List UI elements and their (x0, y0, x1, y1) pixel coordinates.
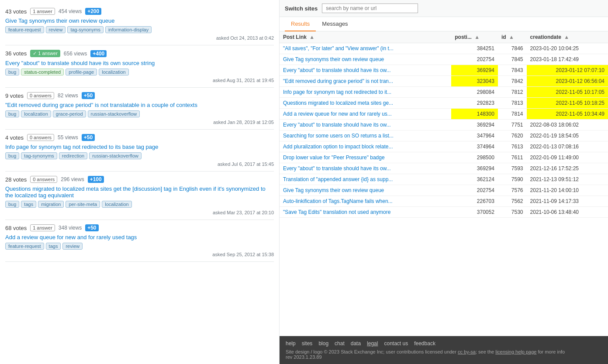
post-link[interactable]: "Edit removed during grace period" is no… (283, 78, 393, 84)
post-link-cell: Every "about" to translate should have i… (280, 65, 451, 76)
footer-link-data[interactable]: data (351, 340, 361, 347)
footer-link-contact[interactable]: contact us (384, 340, 408, 347)
tag[interactable]: bug (5, 110, 19, 117)
answer-count: 0 answers (27, 134, 54, 141)
post-link[interactable]: Translation of "appended answer {id} as … (283, 176, 393, 182)
post-link[interactable]: "Save Tag Edits" translation not used an… (283, 209, 390, 215)
switch-sites-input[interactable] (322, 3, 418, 13)
creationdate-cell: 2023-01-12 07:07:10 (527, 65, 608, 76)
post-link-cell: "All saves", "For later" and "View answe… (280, 43, 451, 54)
question-title-link[interactable]: Add a review queue for new and for rarel… (5, 234, 137, 240)
tag[interactable]: information-display (105, 26, 152, 33)
footer-link-chat[interactable]: chat (335, 340, 345, 347)
footer-cc-link[interactable]: cc by-sa (458, 349, 476, 354)
tag[interactable]: bug (5, 69, 19, 76)
tag[interactable]: bug (5, 201, 19, 208)
post-link[interactable]: Give Tag synonyms their own review queue (283, 56, 384, 62)
rep-bonus: +400 (90, 50, 107, 57)
tag[interactable]: tags (21, 201, 36, 208)
tag[interactable]: review (46, 26, 66, 33)
post-link[interactable]: Info page for synonym tag not redirected… (283, 89, 391, 95)
tag[interactable]: localization (102, 201, 131, 208)
tab-messages[interactable]: Messages (316, 17, 354, 31)
footer-link-feedback[interactable]: feedback (414, 340, 435, 347)
tag[interactable]: grace-period (53, 110, 86, 117)
posti-cell: 298084 (451, 87, 498, 98)
post-link[interactable]: Add pluralization option to impact block… (283, 144, 393, 150)
post-link[interactable]: Questions migrated to localized meta sit… (283, 100, 393, 106)
creationdate-cell: 2023-01-20 10:04:25 (527, 43, 608, 54)
question-title-link[interactable]: Info page for synonym tag not redirected… (5, 144, 159, 150)
tag[interactable]: tags (46, 243, 61, 250)
footer-link-blog[interactable]: blog (318, 340, 328, 347)
tag[interactable]: per-site-meta (66, 201, 100, 208)
view-count: 82 views (58, 93, 78, 99)
tag[interactable]: localization (99, 69, 128, 76)
question-title: Every "about" to translate should have i… (5, 60, 274, 66)
footer-link-legal[interactable]: legal (367, 340, 378, 347)
post-link-cell: "Edit removed during grace period" is no… (280, 76, 451, 87)
tag[interactable]: localization (21, 110, 51, 117)
post-link[interactable]: Every "about" to translate should have i… (283, 165, 391, 172)
footer-link-help[interactable]: help (286, 340, 296, 347)
id-cell: 7842 (498, 76, 527, 87)
tags-row: buglocalizationgrace-periodrussian-stack… (5, 110, 274, 117)
post-link[interactable]: Every "about" to translate should have i… (283, 122, 391, 128)
col-posti[interactable]: posti... ▲ (451, 31, 498, 43)
sort-arrow-id: ▲ (509, 34, 514, 40)
post-link[interactable]: Every "about" to translate should have i… (283, 67, 391, 73)
posti-cell: 226703 (451, 196, 498, 207)
creationdate-cell: 2022-08-03 18:06:02 (527, 120, 608, 130)
asked-date: asked Oct 24, 2013 at 0:42 (5, 35, 274, 41)
tag[interactable]: profile-page (66, 69, 97, 76)
posti-cell: 323043 (451, 76, 498, 87)
post-link[interactable]: "All saves", "For later" and "View answe… (283, 45, 394, 52)
tag[interactable]: review (62, 243, 83, 250)
rep-bonus: +50 (85, 224, 98, 231)
tag[interactable]: tag-synonyms (21, 152, 57, 159)
post-link-cell: Add pluralization option to impact block… (280, 141, 451, 152)
post-link[interactable]: Drop lower value for "Peer Pressure" bad… (283, 155, 385, 161)
post-link[interactable]: Auto-linkification of Tags.TagName fails… (283, 198, 393, 204)
table-row: "Edit removed during grace period" is no… (280, 76, 608, 87)
tags-row: bugtag-synonymsredirectionrussian-stacko… (5, 152, 274, 159)
col-post-link[interactable]: Post Link ▲ (280, 31, 451, 43)
footer-link-sites[interactable]: sites (302, 340, 313, 347)
creationdate-cell: 2022-01-13 07:08:16 (527, 141, 608, 152)
id-cell: 7620 (498, 130, 527, 141)
tag[interactable]: russian-stackoverflow (89, 152, 142, 159)
right-panel: Switch sites Results Messages Post Link … (280, 0, 608, 364)
sort-arrow-post-link: ▲ (309, 34, 314, 40)
table-row: Every "about" to translate should have i… (280, 120, 608, 130)
tag[interactable]: bug (5, 152, 19, 159)
question-title-link[interactable]: "Edit removed during grace period" is no… (5, 102, 197, 108)
answer-count: 0 answers (30, 176, 57, 183)
post-link-cell: Add a review queue for new and for rarel… (280, 109, 451, 120)
question-title-link[interactable]: Questions migrated to localized meta sit… (5, 185, 266, 199)
tag[interactable]: feature-request (5, 243, 44, 250)
post-link[interactable]: Add a review queue for new and for rarel… (283, 111, 392, 117)
question-meta: 9 votes0 answers82 views+50 (5, 92, 274, 99)
tag[interactable]: status-completed (21, 69, 64, 76)
question-title: Questions migrated to localized meta sit… (5, 185, 274, 199)
posti-cell: 369294 (451, 163, 498, 174)
posti-cell: 362124 (451, 174, 498, 185)
tab-results[interactable]: Results (285, 17, 316, 31)
id-cell: 7812 (498, 87, 527, 98)
table-row: Give Tag synonyms their own review queue… (280, 54, 608, 65)
rep-bonus: +100 (88, 176, 104, 183)
col-id[interactable]: id ▲ (498, 31, 527, 43)
table-row: Give Tag synonyms their own review queue… (280, 185, 608, 196)
tag[interactable]: feature-request (5, 26, 44, 33)
tag[interactable]: russian-stackoverflow (88, 110, 140, 117)
tag[interactable]: tag-synonyms (67, 26, 103, 33)
switch-sites-bar: Switch sites (280, 0, 608, 17)
question-title-link[interactable]: Give Tag synonyms their own review queue (5, 17, 115, 24)
tag[interactable]: migration (38, 201, 64, 208)
col-creationdate[interactable]: creationdate ▲ (527, 31, 608, 43)
footer-licensing-link[interactable]: licensing help page (495, 349, 536, 354)
tag[interactable]: redirection (59, 152, 87, 159)
post-link[interactable]: Give Tag synonyms their own review queue (283, 187, 384, 193)
question-title-link[interactable]: Every "about" to translate should have i… (5, 60, 155, 66)
post-link[interactable]: Searching for some users on SO returns a… (283, 133, 394, 139)
